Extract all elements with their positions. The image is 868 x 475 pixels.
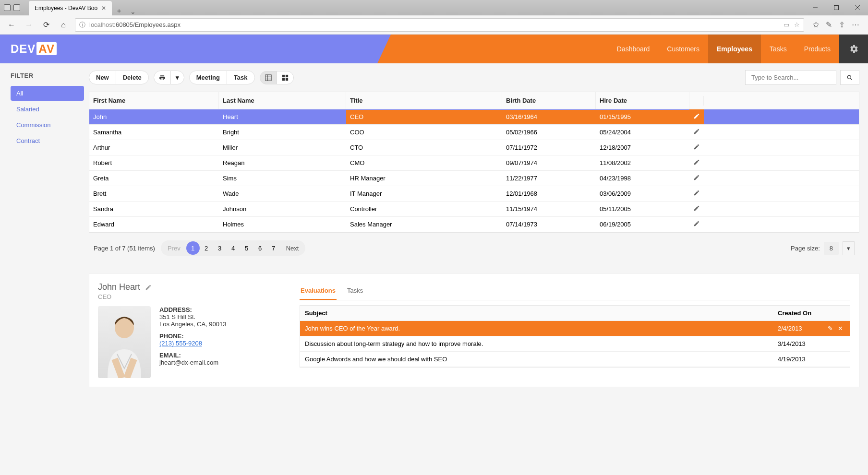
tab-title: Employees - DevAV Boo [35,5,97,12]
pager-page-3[interactable]: 3 [213,241,227,255]
nav-customers[interactable]: Customers [658,35,708,63]
nav-tasks[interactable]: Tasks [761,35,796,63]
pager-page-2[interactable]: 2 [200,241,213,255]
url-path: :60805/Employees.aspx [114,21,181,28]
tab-chevron-icon[interactable]: ⌄ [126,8,140,15]
eval-row[interactable]: John wins CEO of the Year award.2/4/2013… [300,321,850,336]
col-birth-date[interactable]: Birth Date [502,92,596,109]
table-row[interactable]: JohnHeartCEO03/16/196401/15/1995 [89,109,859,125]
email-label: EMAIL: [159,352,227,359]
print-dropdown[interactable]: ▾ [170,71,184,84]
new-tab-button[interactable]: ＋ [112,7,126,15]
col-first-name[interactable]: First Name [89,92,219,109]
svg-rect-11 [285,78,288,80]
window-maximize-button[interactable] [826,0,847,15]
tab-close-icon[interactable]: ✕ [101,5,106,12]
pager-info: Page 1 of 7 (51 items) [94,245,155,252]
search-button[interactable] [840,70,859,85]
print-button[interactable] [154,71,171,84]
filter-salaried[interactable]: Salaried [11,102,84,117]
grid-view-button[interactable] [260,71,277,84]
nav-dashboard[interactable]: Dashboard [608,35,659,63]
edit-row-icon[interactable] [689,171,704,186]
search-input[interactable] [745,70,836,85]
pager-next[interactable]: Next [280,242,305,255]
edit-name-icon[interactable] [145,284,152,291]
pager-page-5[interactable]: 5 [240,241,253,255]
window-close-button[interactable] [847,0,868,15]
site-info-icon[interactable]: ⓘ [79,21,85,29]
edit-row-icon[interactable] [689,217,704,232]
task-button[interactable]: Task [227,71,255,84]
edit-row-icon[interactable] [689,109,704,124]
phone-link[interactable]: (213) 555-9208 [159,340,227,347]
meeting-button[interactable]: Meeting [189,71,227,84]
edit-row-icon[interactable] [689,140,704,155]
page-size-dropdown[interactable]: ▾ [843,241,855,255]
edit-row-icon[interactable] [689,125,704,140]
col-hire-date[interactable]: Hire Date [596,92,689,109]
pager-page-4[interactable]: 4 [227,241,240,255]
edit-eval-icon[interactable]: ✎ [828,325,833,332]
pager-page-1[interactable]: 1 [186,241,200,255]
detail-tab-evaluations[interactable]: Evaluations [300,282,337,300]
svg-rect-8 [282,74,284,77]
filter-contract[interactable]: Contract [11,133,84,148]
settings-button[interactable] [839,35,868,63]
col-title[interactable]: Title [346,92,502,109]
employees-grid: First Name Last Name Title Birth Date Hi… [89,92,859,233]
table-row[interactable]: GretaSimsHR Manager11/22/197704/23/1998 [89,171,859,186]
share-icon[interactable]: ⇪ [839,20,845,29]
nav-products[interactable]: Products [796,35,839,63]
table-row[interactable]: BrettWadeIT Manager12/01/196803/06/2009 [89,186,859,202]
browser-home-button[interactable]: ⌂ [58,19,69,31]
nav-employees[interactable]: Employees [708,35,761,63]
page-size-label: Page size: [791,245,820,252]
browser-back-button[interactable]: ← [6,19,17,31]
eval-col-created[interactable]: Created On [773,306,821,321]
browser-tab[interactable]: Employees - DevAV Boo ✕ [29,1,112,15]
url-bar[interactable]: ⓘ localhost:60805/Employees.aspx ▭ ☆ [75,18,804,32]
table-row[interactable]: RobertReaganCMO09/07/197411/08/2002 [89,155,859,171]
address-line2: Los Angeles, CA, 90013 [159,321,227,328]
table-row[interactable]: SandraJohnsonController11/15/197405/11/2… [89,202,859,217]
table-row[interactable]: EdwardHolmesSales Manager07/14/197306/19… [89,217,859,232]
edit-row-icon[interactable] [689,155,704,170]
favorites-hub-icon[interactable]: ✩ [813,20,819,29]
edit-row-icon[interactable] [689,186,704,201]
filter-sidebar: FILTER AllSalariedCommissionContract [0,63,89,475]
delete-button[interactable]: Delete [116,71,149,84]
svg-rect-4 [265,74,271,80]
app-logo[interactable]: DEVAV [11,42,57,56]
eval-row[interactable]: Discussion about long-term strategy and … [300,336,850,352]
window-minimize-button[interactable] [805,0,826,15]
evaluations-table: Subject Created On John wins CEO of the … [300,305,850,368]
more-icon[interactable]: ⋯ [852,20,859,29]
pager-page-7[interactable]: 7 [267,241,280,255]
filter-commission[interactable]: Commission [11,118,84,132]
new-button[interactable]: New [89,71,116,84]
card-view-button[interactable] [277,71,294,84]
filter-all[interactable]: All [11,86,84,101]
grid-header-row: First Name Last Name Title Birth Date Hi… [89,92,859,109]
table-row[interactable]: SamanthaBrightCOO05/02/196605/24/2004 [89,125,859,140]
eval-row[interactable]: Google Adwords and how we should deal wi… [300,352,850,367]
table-row[interactable]: ArthurMillerCTO07/11/197212/18/2007 [89,140,859,155]
email-value: jheart@dx-email.com [159,359,227,366]
col-last-name[interactable]: Last Name [219,92,346,109]
svg-point-12 [847,75,851,79]
delete-eval-icon[interactable]: ✕ [838,325,843,332]
browser-forward-button[interactable]: → [23,19,35,31]
pager-prev[interactable]: Prev [162,242,186,255]
edit-row-icon[interactable] [689,202,704,216]
svg-rect-1 [834,5,839,10]
svg-rect-9 [285,74,288,77]
notes-icon[interactable]: ✎ [826,20,832,29]
pager-page-6[interactable]: 6 [253,241,267,255]
favorite-icon[interactable]: ☆ [794,21,800,28]
reader-icon[interactable]: ▭ [784,21,789,28]
detail-tab-tasks[interactable]: Tasks [346,282,364,300]
eval-col-subject[interactable]: Subject [300,306,773,321]
browser-refresh-button[interactable]: ⟳ [40,19,52,31]
main-nav: DashboardCustomersEmployeesTasksProducts [608,35,839,63]
